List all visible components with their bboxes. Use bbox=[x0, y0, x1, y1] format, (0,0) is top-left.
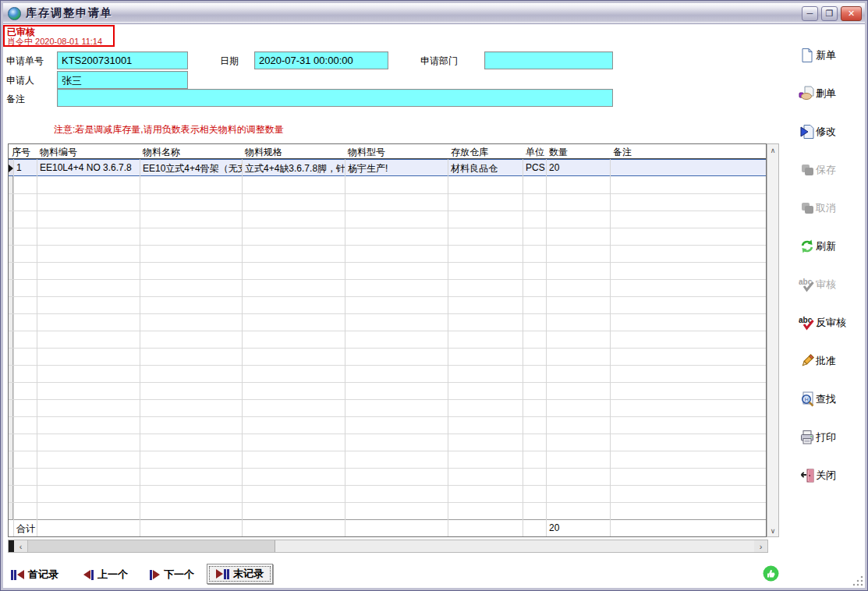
delete-doc-icon bbox=[799, 86, 816, 101]
grid-column-line bbox=[523, 159, 523, 536]
total-row: 合计 20 bbox=[9, 519, 766, 536]
grid-row-line bbox=[9, 193, 766, 194]
close-form-button[interactable]: 关闭 bbox=[799, 466, 865, 485]
svg-text:H: H bbox=[805, 397, 809, 402]
grid-column-line bbox=[242, 159, 243, 536]
table-row[interactable]: 1 EE10L4+4 NO 3.6.7.8 EE10立式4+4骨架（无支 立式4… bbox=[9, 159, 766, 176]
cell-seq: 1 bbox=[13, 160, 37, 175]
resize-grip[interactable] bbox=[852, 575, 863, 586]
items-grid[interactable]: 序号 物料编号 物料名称 物料规格 物料型号 存放仓库 单位 数量 备注 1 E… bbox=[8, 143, 767, 537]
print-icon bbox=[799, 430, 816, 445]
col-header-seq[interactable]: 序号 bbox=[9, 144, 37, 158]
modify-button[interactable]: 修改 bbox=[799, 122, 865, 141]
grid-row-line bbox=[9, 313, 766, 314]
scroll-right-icon[interactable]: › bbox=[754, 540, 767, 552]
date-field[interactable]: 2020-07-31 00:00:00 bbox=[254, 51, 388, 69]
scrollbar-corner-block bbox=[9, 540, 14, 552]
new-button[interactable]: 新单 bbox=[799, 46, 865, 65]
col-header-unit[interactable]: 单位 bbox=[523, 144, 546, 158]
scroll-left-icon[interactable]: ‹ bbox=[14, 540, 27, 552]
grid-row-line bbox=[9, 468, 766, 469]
cell-unit: PCS bbox=[523, 160, 546, 175]
grid-row-line bbox=[9, 331, 766, 331]
grid-row-line bbox=[9, 348, 766, 349]
audit-detail: 肖令中 2020-08-01 11:14 bbox=[7, 37, 111, 46]
scroll-up-icon[interactable]: ∧ bbox=[767, 144, 778, 156]
cell-model: 杨宇生产! bbox=[345, 160, 448, 175]
audit-button: abc 审核 bbox=[799, 275, 865, 294]
print-button[interactable]: 打印 bbox=[799, 428, 865, 447]
first-record-button[interactable]: 首记录 bbox=[11, 565, 58, 584]
grid-vertical-scrollbar[interactable]: ∧ ∨ bbox=[767, 143, 779, 537]
department-label: 申请部门 bbox=[420, 55, 458, 68]
unaudit-button[interactable]: abc 反审核 bbox=[799, 313, 865, 332]
close-window-button[interactable]: ✕ bbox=[841, 6, 862, 21]
grid-horizontal-scrollbar[interactable]: ‹ › bbox=[8, 540, 768, 553]
next-record-button[interactable]: 下一个 bbox=[150, 565, 194, 584]
minimize-button[interactable]: ─ bbox=[802, 6, 818, 21]
grid-column-line bbox=[610, 159, 611, 536]
grid-row-line bbox=[9, 296, 766, 297]
cancel-icon bbox=[799, 200, 816, 216]
approve-button[interactable]: 批准 bbox=[799, 352, 865, 370]
grid-header-row: 序号 物料编号 物料名称 物料规格 物料型号 存放仓库 单位 数量 备注 bbox=[9, 144, 766, 159]
grid-column-line bbox=[140, 159, 140, 536]
grid-row-line bbox=[9, 211, 766, 211]
col-header-remark[interactable]: 备注 bbox=[610, 144, 766, 158]
requester-field[interactable]: 张三 bbox=[57, 71, 188, 89]
grid-row-line bbox=[9, 365, 766, 366]
total-label: 合计 bbox=[13, 520, 37, 536]
requester-label: 申请人 bbox=[6, 74, 34, 87]
last-record-button[interactable]: 末记录 bbox=[207, 564, 273, 584]
scroll-down-icon[interactable]: ∨ bbox=[767, 525, 778, 536]
approve-icon bbox=[799, 353, 816, 369]
cancel-button: 取消 bbox=[799, 199, 865, 218]
maximize-button[interactable]: ❐ bbox=[821, 6, 838, 21]
request-no-label: 申请单号 bbox=[6, 55, 44, 68]
remark-label: 备注 bbox=[6, 93, 25, 106]
grid-row-line bbox=[9, 451, 766, 451]
col-header-qty[interactable]: 数量 bbox=[546, 144, 610, 158]
department-field[interactable] bbox=[484, 51, 613, 69]
confirm-status-icon bbox=[763, 565, 779, 582]
cell-remark bbox=[610, 160, 766, 175]
audit-status: 已审核 bbox=[7, 27, 111, 37]
find-icon: H bbox=[799, 391, 816, 407]
grid-row-line bbox=[9, 262, 766, 263]
previous-record-icon bbox=[83, 570, 94, 580]
refresh-button[interactable]: 刷新 bbox=[799, 237, 865, 256]
grid-row-line bbox=[9, 416, 766, 417]
col-header-code[interactable]: 物料编号 bbox=[37, 144, 140, 158]
audit-icon: abc bbox=[799, 277, 816, 292]
col-header-spec[interactable]: 物料规格 bbox=[242, 144, 345, 158]
cell-name: EE10立式4+4骨架（无支 bbox=[140, 160, 242, 175]
remark-field[interactable] bbox=[57, 89, 613, 107]
total-qty: 20 bbox=[546, 520, 610, 536]
cell-warehouse: 材料良品仓 bbox=[448, 160, 523, 175]
cell-code: EE10L4+4 NO 3.6.7.8 bbox=[37, 160, 140, 175]
warning-text: 注意:若是调减库存量,请用负数表示相关物料的调整数量 bbox=[54, 123, 284, 136]
find-button[interactable]: H 查找 bbox=[799, 390, 865, 409]
audit-status-box: 已审核 肖令中 2020-08-01 11:14 bbox=[3, 25, 115, 47]
cell-spec: 立式4+4缺3.6.7.8脚，针 bbox=[242, 160, 345, 175]
new-doc-icon bbox=[799, 48, 816, 63]
scrollbar-thumb[interactable] bbox=[27, 540, 275, 552]
grid-row-line bbox=[9, 399, 766, 400]
refresh-icon bbox=[799, 239, 816, 254]
unaudit-icon: abc bbox=[799, 315, 816, 331]
col-header-name[interactable]: 物料名称 bbox=[140, 144, 242, 158]
date-label: 日期 bbox=[220, 55, 239, 68]
grid-row-line bbox=[9, 434, 766, 434]
grid-row-line bbox=[9, 228, 766, 228]
request-no-field[interactable]: KTS200731001 bbox=[57, 51, 188, 69]
col-header-model[interactable]: 物料型号 bbox=[345, 144, 448, 158]
grid-body: 1 EE10L4+4 NO 3.6.7.8 EE10立式4+4骨架（无支 立式4… bbox=[9, 159, 766, 536]
col-header-warehouse[interactable]: 存放仓库 bbox=[448, 144, 523, 158]
edit-doc-icon bbox=[799, 124, 816, 140]
save-icon bbox=[799, 162, 816, 178]
previous-record-button[interactable]: 上一个 bbox=[83, 565, 128, 584]
delete-button[interactable]: 删单 bbox=[799, 84, 865, 103]
app-window: 库存调整申请单 ─ ❐ ✕ 已审核 肖令中 2020-08-01 11:14 申… bbox=[0, 0, 868, 591]
app-icon bbox=[8, 7, 21, 20]
grid-row-line bbox=[9, 279, 766, 280]
